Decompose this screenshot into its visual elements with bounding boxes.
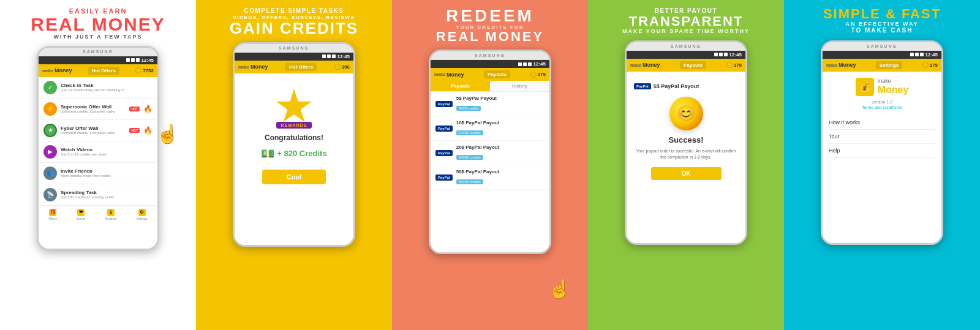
coin-icon-3 [530,72,537,78]
phone-2: SAMSUNG 12:45 make Money Hot Offers 196 [233,42,355,247]
signal-icon [126,58,130,62]
bonus-icon: ❤ [77,209,85,216]
panel-1-line2: REAL MONEY [31,15,165,34]
nav-settings[interactable]: ⚙ Settings [137,209,148,220]
task-checkin[interactable]: ✓ Check-in Task Get 20 Credits daily jus… [39,77,157,99]
status-icons-1 [126,58,140,62]
battery-icon-2 [332,54,336,58]
task-videos[interactable]: ▶ Watch Videos Get 2 to 10 credits per v… [39,141,157,163]
nav-bonus-label: Bonus [77,217,85,220]
payout-title-2: 10$ PayPal Payout [456,120,545,126]
task-desc-spreading: Get 100 credits for sharing to FB [61,195,153,199]
logo-money-1: Money [55,67,72,73]
congrats-screen: REWARDS Congratulations! 💵 + 820 Credits… [235,73,353,245]
phone-2-time: 12:45 [337,54,350,59]
success-screen: PayPal 5$ PayPal Payout 😊 Success! Your … [627,72,745,243]
nav-redeem[interactable]: $ Redeem [105,209,117,220]
payouts-tab-history[interactable]: History [490,81,549,91]
phone-3-brand: SAMSUNG [431,51,549,60]
panel-4-line1-sub: TRANSPARENT [622,15,750,28]
logo-make-1: make [42,69,53,73]
congrats-title: Congratulations! [265,133,323,142]
payout-item-5[interactable]: PayPal 5$ PayPal Payout 5000 credits [431,92,549,116]
panel-2-line2: GAIN CREDITS [230,20,358,36]
wifi-icon-4 [719,53,723,56]
task-icon-spreading: 📡 [43,188,57,201]
bottom-nav-1: 🎁 Offers ❤ Bonus $ Redeem ⚙ Settings [39,206,157,223]
phone-3-time: 12:45 [533,61,546,67]
phone-3-status: 12:45 [431,60,549,68]
task-title-fyber: Fyber Offer Wall [61,126,126,131]
panel-5-phone-wrap: SAMSUNG 12:45 make Money Settings 179 [789,38,975,330]
credits-earned-text: + 820 Credits [277,149,326,158]
payout-item-50[interactable]: PayPal 50$ PayPal Payout 50000 credits [431,165,549,190]
app-logo-4: make Money [630,62,660,68]
panel-3-line1: REDEEM [436,7,544,24]
menu-item-help[interactable]: Help [829,144,935,158]
app-tab-3[interactable]: Payouts [484,70,510,78]
battery-icon-4 [724,53,728,56]
success-payout-item: PayPal 5$ PayPal Payout [634,81,738,92]
app-header-2: make Money Hot Offers 196 [235,61,353,73]
payout-credits-1: 5000 credits [456,106,481,111]
terms-link[interactable]: Terms and conditions [829,105,935,110]
phone-1-time: 12:45 [141,58,154,63]
logo-make-2: make [238,65,249,69]
battery-icon [136,58,140,62]
task-fyber[interactable]: ★ Fyber Offer Wall Unlimited credits. Co… [39,120,157,141]
payout-item-10[interactable]: PayPal 10$ PayPal Payout 10000 credits [431,116,549,141]
settings-icon: ⚙ [138,209,146,216]
app-tab-1[interactable]: Hot Offers [88,67,119,75]
signal-icon-4 [714,53,718,56]
menu-item-tour[interactable]: Tour [829,130,935,144]
phone-1-status: 12:45 [39,56,157,64]
payout-item-20[interactable]: PayPal 20$ PayPal Payout 20000 credits [431,141,549,165]
phone-5-time: 12:45 [925,52,938,58]
panel-4-phone-wrap: SAMSUNG 12:45 make Money Payouts 179 [593,38,779,330]
logo-make-3: make [434,72,445,77]
app-tab-4[interactable]: Payouts [680,61,706,69]
logo-make-4: make [630,63,641,67]
task-title-invite: Invite Friends [61,168,153,174]
nav-offers[interactable]: 🎁 Offers [48,209,57,220]
payouts-tab-payouts[interactable]: Payouts [431,81,490,91]
panel-simple-fast: SIMPLE & FAST AN EFFECTIVE WAY TO MAKE C… [784,0,980,330]
phone-4-screen: PayPal 5$ PayPal Payout 😊 Success! Your … [627,72,745,243]
nav-offers-label: Offers [48,217,57,220]
payout-title-1: 5$ PayPal Payout [456,96,545,101]
menu-item-how[interactable]: How it works [829,116,935,130]
task-list-1: ✓ Check-in Task Get 20 Credits daily jus… [39,77,157,206]
nav-bonus[interactable]: ❤ Bonus [77,209,85,220]
cool-button[interactable]: Cool [262,170,326,184]
task-spreading[interactable]: 📡 Spreading Task Get 100 credits for sha… [39,184,157,206]
task-invite[interactable]: 👥 Invite Friends More friends, more free… [39,163,157,184]
app-credits-4: 179 [726,62,742,68]
paypal-logo-4: PayPal [435,174,453,181]
payout-credits-4: 50000 credits [456,179,483,184]
task-title-supersonic: Supersonic Offer Wall [61,104,126,110]
logo-icon: 💰 [856,78,874,96]
app-tab-2[interactable]: Hot Offers [285,63,317,71]
panel-3-phone-wrap: SAMSUNG 12:45 make Money Payouts 179 [397,47,583,330]
app-header-4: make Money Payouts 179 [627,59,745,72]
panel-5-line2: TO MAKE CASH [823,27,941,34]
battery-icon-5 [920,53,924,56]
wifi-icon [131,58,135,62]
phone-4-brand: SAMSUNG [627,42,745,51]
settings-logo-make: make [878,78,909,84]
app-tab-5[interactable]: Settings [876,61,903,69]
task-supersonic[interactable]: ⚡ Supersonic Offer Wall Unlimited credit… [39,99,157,120]
logo-money-2: Money [251,64,268,70]
task-text-supersonic: Supersonic Offer Wall Unlimited credits.… [61,104,126,113]
credits-value-1: 7752 [143,68,154,73]
star-shape [276,89,312,126]
coin-icon-2 [334,64,341,70]
payout-info-1: 5$ PayPal Payout 5000 credits [456,96,545,112]
panel-2-line1: COMPLETE SIMPLE TASKS [230,7,358,15]
phone-5-status: 12:45 [823,51,941,59]
offers-icon: 🎁 [49,209,56,216]
payout-info-4: 50$ PayPal Payout 50000 credits [456,169,545,186]
credits-value-2: 196 [342,64,350,70]
ok-button[interactable]: OK [651,167,722,180]
panel-5-line1-sub: AN EFFECTIVE WAY [823,21,941,27]
